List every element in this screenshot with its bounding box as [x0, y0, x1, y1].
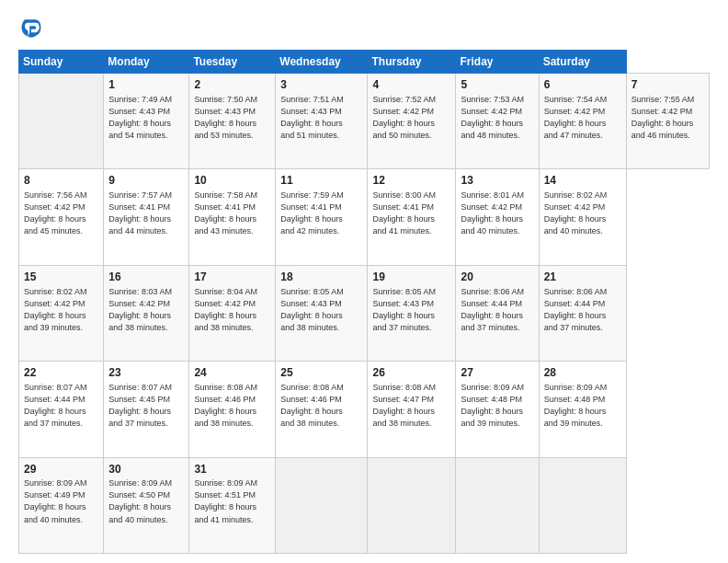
calendar-day: 17Sunrise: 8:04 AM Sunset: 4:42 PM Dayli…	[189, 265, 276, 361]
calendar-week-5: 29Sunrise: 8:09 AM Sunset: 4:49 PM Dayli…	[19, 457, 710, 553]
day-info: Sunrise: 7:49 AM Sunset: 4:43 PM Dayligh…	[108, 94, 184, 142]
day-number: 30	[108, 462, 184, 477]
calendar-week-4: 22Sunrise: 8:07 AM Sunset: 4:44 PM Dayli…	[19, 362, 710, 457]
day-info: Sunrise: 8:01 AM Sunset: 4:42 PM Dayligh…	[461, 190, 533, 237]
day-header-monday: Monday	[104, 51, 189, 74]
day-info: Sunrise: 8:09 AM Sunset: 4:48 PM Dayligh…	[461, 382, 533, 430]
day-number: 17	[194, 270, 270, 285]
day-number: 22	[24, 365, 98, 381]
calendar-day: 30Sunrise: 8:09 AM Sunset: 4:50 PM Dayli…	[104, 457, 189, 553]
day-info: Sunrise: 7:51 AM Sunset: 4:43 PM Dayligh…	[280, 94, 362, 142]
header-row: SundayMondayTuesdayWednesdayThursdayFrid…	[19, 51, 710, 74]
day-info: Sunrise: 8:09 AM Sunset: 4:51 PM Dayligh…	[194, 477, 270, 525]
calendar-day	[539, 457, 626, 553]
calendar-day: 9Sunrise: 7:57 AM Sunset: 4:41 PM Daylig…	[104, 169, 189, 265]
day-number: 29	[24, 462, 98, 477]
day-info: Sunrise: 7:53 AM Sunset: 4:42 PM Dayligh…	[461, 94, 533, 142]
calendar-week-1: 1Sunrise: 7:49 AM Sunset: 4:43 PM Daylig…	[19, 74, 710, 169]
day-info: Sunrise: 7:52 AM Sunset: 4:42 PM Dayligh…	[372, 94, 450, 142]
day-number: 3	[280, 77, 362, 93]
day-info: Sunrise: 8:07 AM Sunset: 4:45 PM Dayligh…	[108, 382, 184, 430]
day-number: 12	[372, 173, 450, 189]
day-number: 21	[544, 270, 621, 285]
day-info: Sunrise: 8:02 AM Sunset: 4:42 PM Dayligh…	[24, 286, 98, 334]
calendar-day: 23Sunrise: 8:07 AM Sunset: 4:45 PM Dayli…	[104, 362, 189, 457]
calendar-day: 26Sunrise: 8:08 AM Sunset: 4:47 PM Dayli…	[368, 362, 456, 457]
calendar-table: SundayMondayTuesdayWednesdayThursdayFrid…	[18, 50, 710, 554]
day-info: Sunrise: 8:00 AM Sunset: 4:41 PM Dayligh…	[372, 190, 450, 237]
calendar-day: 18Sunrise: 8:05 AM Sunset: 4:43 PM Dayli…	[276, 265, 368, 361]
header	[18, 15, 710, 40]
calendar-day	[456, 457, 539, 553]
day-header-tuesday: Tuesday	[189, 51, 276, 74]
day-info: Sunrise: 8:09 AM Sunset: 4:49 PM Dayligh…	[24, 477, 98, 525]
calendar-body: 1Sunrise: 7:49 AM Sunset: 4:43 PM Daylig…	[19, 74, 710, 554]
day-header-thursday: Thursday	[368, 51, 456, 74]
calendar-week-2: 8Sunrise: 7:56 AM Sunset: 4:42 PM Daylig…	[19, 169, 710, 265]
calendar-day: 15Sunrise: 8:02 AM Sunset: 4:42 PM Dayli…	[19, 265, 104, 361]
logo	[18, 15, 48, 40]
day-number: 9	[108, 173, 184, 189]
day-info: Sunrise: 8:08 AM Sunset: 4:46 PM Dayligh…	[194, 382, 270, 430]
day-number: 5	[461, 77, 533, 93]
day-number: 13	[461, 173, 533, 189]
calendar-week-3: 15Sunrise: 8:02 AM Sunset: 4:42 PM Dayli…	[19, 265, 710, 361]
calendar-day: 8Sunrise: 7:56 AM Sunset: 4:42 PM Daylig…	[19, 169, 104, 265]
calendar-day: 6Sunrise: 7:54 AM Sunset: 4:42 PM Daylig…	[539, 74, 626, 169]
day-number: 28	[544, 365, 621, 381]
day-info: Sunrise: 8:07 AM Sunset: 4:44 PM Dayligh…	[24, 382, 98, 430]
day-number: 4	[372, 77, 450, 93]
day-number: 6	[544, 77, 621, 93]
day-number: 27	[461, 365, 533, 381]
day-info: Sunrise: 7:54 AM Sunset: 4:42 PM Dayligh…	[544, 94, 621, 142]
day-number: 16	[108, 270, 184, 285]
calendar-day: 16Sunrise: 8:03 AM Sunset: 4:42 PM Dayli…	[104, 265, 189, 361]
day-info: Sunrise: 8:09 AM Sunset: 4:50 PM Dayligh…	[108, 477, 184, 525]
calendar-day: 1Sunrise: 7:49 AM Sunset: 4:43 PM Daylig…	[104, 74, 189, 169]
calendar-day: 29Sunrise: 8:09 AM Sunset: 4:49 PM Dayli…	[19, 457, 104, 553]
calendar-day: 28Sunrise: 8:09 AM Sunset: 4:48 PM Dayli…	[539, 362, 626, 457]
day-number: 23	[108, 365, 184, 381]
day-number: 26	[372, 365, 450, 381]
calendar-day: 22Sunrise: 8:07 AM Sunset: 4:44 PM Dayli…	[19, 362, 104, 457]
calendar-day: 12Sunrise: 8:00 AM Sunset: 4:41 PM Dayli…	[368, 169, 456, 265]
day-info: Sunrise: 8:08 AM Sunset: 4:47 PM Dayligh…	[372, 382, 450, 430]
calendar-day: 19Sunrise: 8:05 AM Sunset: 4:43 PM Dayli…	[368, 265, 456, 361]
day-number: 20	[461, 270, 533, 285]
calendar-day: 20Sunrise: 8:06 AM Sunset: 4:44 PM Dayli…	[456, 265, 539, 361]
day-info: Sunrise: 8:06 AM Sunset: 4:44 PM Dayligh…	[544, 286, 621, 334]
calendar-day	[19, 74, 104, 169]
calendar-day: 14Sunrise: 8:02 AM Sunset: 4:42 PM Dayli…	[539, 169, 626, 265]
calendar-day: 3Sunrise: 7:51 AM Sunset: 4:43 PM Daylig…	[276, 74, 368, 169]
day-info: Sunrise: 7:56 AM Sunset: 4:42 PM Dayligh…	[24, 190, 98, 237]
calendar-day: 11Sunrise: 7:59 AM Sunset: 4:41 PM Dayli…	[276, 169, 368, 265]
calendar-day: 21Sunrise: 8:06 AM Sunset: 4:44 PM Dayli…	[539, 265, 626, 361]
calendar-day: 2Sunrise: 7:50 AM Sunset: 4:43 PM Daylig…	[189, 74, 276, 169]
calendar-day	[276, 457, 368, 553]
day-info: Sunrise: 8:09 AM Sunset: 4:48 PM Dayligh…	[544, 382, 621, 430]
day-info: Sunrise: 7:50 AM Sunset: 4:43 PM Dayligh…	[194, 94, 270, 142]
calendar-day: 25Sunrise: 8:08 AM Sunset: 4:46 PM Dayli…	[276, 362, 368, 457]
day-number: 25	[280, 365, 362, 381]
day-info: Sunrise: 7:57 AM Sunset: 4:41 PM Dayligh…	[108, 190, 184, 237]
day-info: Sunrise: 8:08 AM Sunset: 4:46 PM Dayligh…	[280, 382, 362, 430]
calendar-day	[368, 457, 456, 553]
day-number: 18	[280, 270, 362, 285]
day-info: Sunrise: 7:55 AM Sunset: 4:42 PM Dayligh…	[631, 94, 704, 142]
day-number: 15	[24, 270, 98, 285]
calendar-day: 10Sunrise: 7:58 AM Sunset: 4:41 PM Dayli…	[189, 169, 276, 265]
page: SundayMondayTuesdayWednesdayThursdayFrid…	[0, 0, 728, 563]
calendar-day: 4Sunrise: 7:52 AM Sunset: 4:42 PM Daylig…	[368, 74, 456, 169]
day-number: 10	[194, 173, 270, 189]
day-header-sunday: Sunday	[19, 51, 104, 74]
day-info: Sunrise: 8:05 AM Sunset: 4:43 PM Dayligh…	[372, 286, 450, 334]
day-number: 14	[544, 173, 621, 189]
day-info: Sunrise: 8:02 AM Sunset: 4:42 PM Dayligh…	[544, 190, 621, 237]
day-info: Sunrise: 7:58 AM Sunset: 4:41 PM Dayligh…	[194, 190, 270, 237]
calendar-day: 5Sunrise: 7:53 AM Sunset: 4:42 PM Daylig…	[456, 74, 539, 169]
day-info: Sunrise: 8:03 AM Sunset: 4:42 PM Dayligh…	[108, 286, 184, 334]
day-info: Sunrise: 7:59 AM Sunset: 4:41 PM Dayligh…	[280, 190, 362, 237]
day-number: 1	[108, 77, 184, 93]
day-number: 24	[194, 365, 270, 381]
day-header-friday: Friday	[456, 51, 539, 74]
